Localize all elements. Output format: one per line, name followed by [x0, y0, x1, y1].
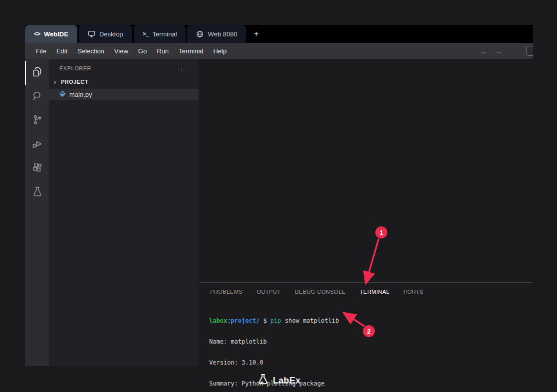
folder-project-label: PROJECT	[61, 79, 88, 85]
tab-desktop-label: Desktop	[99, 30, 123, 38]
tab-webide[interactable]: <> WebIDE	[25, 25, 77, 43]
code-icon: <>	[34, 30, 40, 37]
tab-terminal-label: Terminal	[152, 30, 177, 38]
panel-tab-problems[interactable]: PROBLEMS	[210, 284, 243, 298]
activity-search-button[interactable]	[25, 85, 49, 109]
menu-view[interactable]: View	[109, 47, 133, 55]
prompt-dollar: $	[260, 317, 271, 324]
menu-edit[interactable]: Edit	[51, 47, 72, 55]
terminal-line: Name: matplotlib	[209, 338, 533, 345]
chevron-down-icon: ∨	[52, 79, 58, 85]
panel-tab-output[interactable]: OUTPUT	[257, 284, 280, 298]
explorer-sidebar: EXPLORER ··· ∨ PROJECT main.py	[49, 59, 199, 366]
menu-help[interactable]: Help	[208, 47, 232, 55]
search-icon	[31, 90, 43, 104]
command-binary: pip	[271, 317, 281, 324]
menu-file[interactable]: File	[31, 47, 51, 55]
activity-explorer-button[interactable]	[25, 61, 49, 85]
command-search-box[interactable]	[526, 46, 533, 56]
tab-terminal[interactable]: >_ Terminal	[134, 25, 186, 43]
prompt-directory: project/	[231, 317, 260, 324]
terminal-prompt-icon: >_	[143, 30, 149, 37]
panel-tab-terminal[interactable]: TERMINAL	[360, 284, 390, 298]
menu-go[interactable]: Go	[133, 47, 152, 55]
activity-bar	[25, 59, 49, 366]
activity-run-debug-button[interactable]	[25, 133, 49, 157]
panel-tab-bar: PROBLEMS OUTPUT DEBUG CONSOLE TERMINAL P…	[199, 283, 533, 300]
explorer-title: EXPLORER	[59, 65, 91, 71]
menu-terminal[interactable]: Terminal	[174, 47, 208, 55]
run-debug-icon	[31, 138, 43, 152]
menu-run[interactable]: Run	[152, 47, 174, 55]
folder-project[interactable]: ∨ PROJECT	[49, 76, 199, 88]
panel-tab-debug-console[interactable]: DEBUG CONSOLE	[294, 284, 345, 298]
activity-lab-button[interactable]	[25, 181, 49, 204]
globe-icon	[196, 30, 204, 38]
panel-tab-ports[interactable]: PORTS	[403, 284, 423, 298]
activity-source-control-button[interactable]	[25, 109, 49, 133]
nav-forward-icon[interactable]: →	[495, 47, 502, 55]
terminal-prompt-line: labex:project/ $ pip show matplotlib	[209, 317, 533, 324]
tab-webide-label: WebIDE	[44, 30, 68, 38]
tab-web-8080[interactable]: Web 8080	[187, 25, 246, 43]
footer-brand: LabEx	[0, 369, 557, 392]
labex-flask-icon	[257, 373, 270, 388]
python-file-icon	[59, 90, 66, 99]
editor-area[interactable]	[199, 59, 533, 282]
terminal-line: Version: 3.10.0	[209, 359, 533, 366]
git-branch-icon	[31, 114, 43, 128]
command-args: show matplotlib	[281, 317, 339, 324]
labex-brand-text: LabEx	[273, 376, 301, 386]
file-main-py-label: main.py	[69, 91, 92, 98]
tab-web-8080-label: Web 8080	[208, 30, 237, 38]
menu-selection[interactable]: Selection	[72, 47, 109, 55]
bottom-panel: PROBLEMS OUTPUT DEBUG CONSOLE TERMINAL P…	[199, 282, 533, 366]
activity-extensions-button[interactable]	[25, 157, 49, 181]
file-main-py[interactable]: main.py	[49, 89, 199, 100]
top-tab-bar: <> WebIDE Desktop >_ Terminal We	[25, 25, 533, 43]
tab-desktop[interactable]: Desktop	[79, 25, 132, 43]
prompt-user: labex	[209, 317, 227, 324]
nav-back-icon[interactable]: ←	[480, 47, 488, 55]
extensions-icon	[31, 162, 43, 176]
webide-window: <> WebIDE Desktop >_ Terminal We	[25, 25, 533, 366]
explorer-more-actions-icon[interactable]: ···	[178, 65, 186, 72]
monitor-icon	[88, 30, 95, 37]
files-icon	[31, 66, 43, 80]
new-tab-button[interactable]: +	[248, 25, 265, 43]
flask-icon	[31, 186, 43, 199]
menu-bar: File Edit Selection View Go Run Terminal…	[25, 43, 533, 59]
